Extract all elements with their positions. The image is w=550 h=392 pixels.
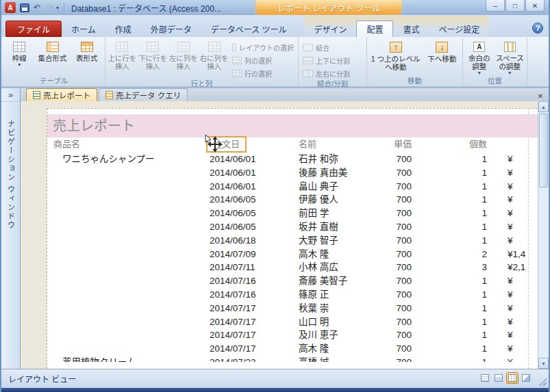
cell-amount[interactable]: ¥2,1 <box>508 261 538 274</box>
column-header-quantity[interactable]: 個数 <box>412 138 487 151</box>
cell-quantity[interactable]: 1 <box>412 356 487 362</box>
cell-name[interactable]: 斎藤 美智子 <box>295 274 384 288</box>
cell-unit-price[interactable]: 700 <box>384 234 412 248</box>
scroll-down-icon[interactable]: ▼ <box>538 358 549 369</box>
cell-unit-price[interactable]: 700 <box>384 220 412 234</box>
insert-row-above-button[interactable]: 上に行を挿入 <box>108 39 137 79</box>
report-view-button[interactable] <box>479 372 491 384</box>
cell-order-date[interactable]: 2014/06/01 <box>208 166 295 180</box>
cell-quantity[interactable]: 1 <box>412 166 487 180</box>
cell-quantity[interactable]: 2 <box>412 248 487 261</box>
tab-database-tools[interactable]: データベース ツール <box>201 21 297 37</box>
cell-order-date[interactable]: 2014/06/05 <box>208 220 295 234</box>
select-row-button[interactable]: 行の選択 <box>230 67 296 79</box>
cell-name[interactable]: 前田 学 <box>295 207 384 220</box>
minimize-button[interactable]: – <box>486 0 505 12</box>
cell-name[interactable]: 秋葉 崇 <box>295 302 384 315</box>
close-document-icon[interactable]: ✕ <box>535 90 546 101</box>
cell-product[interactable] <box>47 288 208 302</box>
scroll-up-icon[interactable]: ▲ <box>538 101 549 112</box>
cell-name[interactable]: 高木 隆 <box>295 248 384 261</box>
undo-icon[interactable]: ↶ <box>32 2 42 13</box>
tab-external-data[interactable]: 外部データ <box>141 21 201 37</box>
cell-amount[interactable]: ¥ <box>508 288 538 302</box>
cell-order-date[interactable]: 2014/07/11 <box>208 261 295 274</box>
cell-unit-price[interactable]: 700 <box>384 342 412 356</box>
redo-icon[interactable]: ↷ <box>45 2 55 13</box>
cell-amount[interactable]: ¥ <box>508 356 538 362</box>
cell-amount[interactable]: ¥ <box>508 315 538 329</box>
cell-quantity[interactable]: 1 <box>412 207 487 220</box>
cell-unit-price[interactable]: 700 <box>384 153 412 166</box>
cell-product[interactable] <box>47 248 208 261</box>
doc-tab-sales-query[interactable]: 売上データ クエリ <box>99 88 188 101</box>
cell-unit-price[interactable]: 700 <box>384 248 412 261</box>
cell-name[interactable]: 石井 和弥 <box>295 153 384 166</box>
cell-amount[interactable]: ¥1,4 <box>508 248 538 261</box>
cell-name[interactable]: 小林 高広 <box>295 261 384 274</box>
qat-customize-icon[interactable]: ▾ <box>56 5 59 11</box>
report-title[interactable]: 売上レポート <box>47 114 538 138</box>
navigation-pane-collapsed[interactable]: » ナビゲーション ウィンドウ <box>1 88 21 369</box>
save-icon[interactable] <box>20 3 29 12</box>
cell-amount[interactable]: ¥ <box>508 153 538 166</box>
scrollbar-thumb[interactable] <box>539 114 548 187</box>
move-down-button[interactable]: ↓ 下へ移動 <box>423 39 460 77</box>
cell-quantity[interactable]: 1 <box>412 288 487 302</box>
insert-column-right-button[interactable]: 右に列を挿入 <box>199 39 229 79</box>
cell-unit-price[interactable]: 700 <box>384 274 412 288</box>
cell-amount[interactable]: ¥ <box>508 302 538 315</box>
cell-product[interactable] <box>47 328 208 342</box>
tab-file[interactable]: ファイル <box>5 21 62 37</box>
cell-quantity[interactable]: 1 <box>412 234 487 248</box>
cell-order-date[interactable]: 2014/07/17 <box>208 315 295 329</box>
cell-name[interactable]: 大野 智子 <box>295 234 384 248</box>
print-preview-button[interactable] <box>492 372 505 384</box>
move-up-button[interactable]: ↑ 1 つ上のレベルへ移動 <box>369 39 422 77</box>
tab-create[interactable]: 作成 <box>105 21 141 37</box>
cell-amount[interactable]: ¥ <box>508 180 538 194</box>
insert-column-left-button[interactable]: 左に列を挿入 <box>169 39 199 79</box>
vertical-scrollbar[interactable]: ▲ ▼ <box>538 101 549 369</box>
cell-quantity[interactable]: 1 <box>412 328 487 342</box>
cell-product[interactable] <box>47 193 208 207</box>
cell-unit-price[interactable]: 700 <box>384 261 412 274</box>
tab-design[interactable]: デザイン <box>304 21 356 37</box>
cell-amount[interactable]: ¥ <box>508 220 538 234</box>
tab-page-setup[interactable]: ページ設定 <box>429 21 489 37</box>
cell-product[interactable] <box>47 315 208 329</box>
cell-order-date[interactable]: 2014/07/17 <box>208 302 295 315</box>
cell-unit-price[interactable]: 700 <box>384 193 412 207</box>
split-vertical-button[interactable]: 上下に分割 <box>301 54 364 66</box>
navigation-expand-icon[interactable]: » <box>1 88 20 102</box>
cell-quantity[interactable]: 3 <box>412 261 487 274</box>
column-header-unit-price[interactable]: 単価 <box>384 138 412 151</box>
cell-product[interactable] <box>47 180 208 194</box>
cell-quantity[interactable]: 1 <box>412 180 487 194</box>
control-padding-button[interactable]: スペースの調整 ▾ <box>495 39 525 77</box>
cell-quantity[interactable]: 1 <box>412 220 487 234</box>
cell-unit-price[interactable]: 700 <box>384 180 412 194</box>
design-view-button[interactable] <box>520 372 532 384</box>
cell-unit-price[interactable]: 700 <box>384 328 412 342</box>
cell-quantity[interactable]: 1 <box>412 153 487 166</box>
cell-product[interactable] <box>47 220 208 234</box>
cell-order-date[interactable]: 2014/06/01 <box>208 180 295 194</box>
cell-unit-price[interactable]: 700 <box>384 315 412 329</box>
tab-home[interactable]: ホーム <box>62 21 105 37</box>
cell-amount[interactable]: ¥ <box>508 274 538 288</box>
cell-amount[interactable]: ¥ <box>508 166 538 180</box>
cell-name[interactable]: 篠原 正 <box>295 288 384 302</box>
cell-quantity[interactable]: 1 <box>412 274 487 288</box>
access-app-icon[interactable]: A <box>5 2 16 13</box>
layout-view-button[interactable] <box>506 372 518 384</box>
tabular-layout-button[interactable]: 表形式 <box>71 39 103 77</box>
cell-product[interactable] <box>47 207 208 220</box>
cell-product[interactable] <box>47 166 208 180</box>
resize-grip[interactable] <box>538 377 547 386</box>
cell-product[interactable] <box>47 274 208 288</box>
maximize-button[interactable]: □ <box>505 0 525 12</box>
select-column-button[interactable]: 列の選択 <box>230 54 296 66</box>
doc-tab-sales-report[interactable]: 売上レポート <box>26 88 97 101</box>
column-header-name[interactable]: 名前 <box>295 138 384 151</box>
